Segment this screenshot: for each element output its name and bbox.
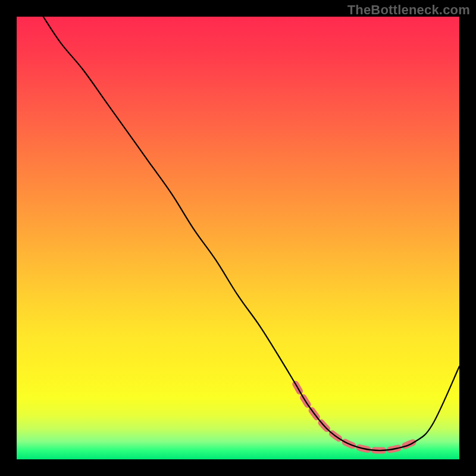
curve-line xyxy=(43,17,459,450)
chart-frame: TheBottleneck.com xyxy=(0,0,476,476)
chart-svg xyxy=(17,17,459,459)
plot-area xyxy=(17,17,459,459)
highlight-segment xyxy=(296,384,415,451)
watermark-text: TheBottleneck.com xyxy=(347,2,470,18)
